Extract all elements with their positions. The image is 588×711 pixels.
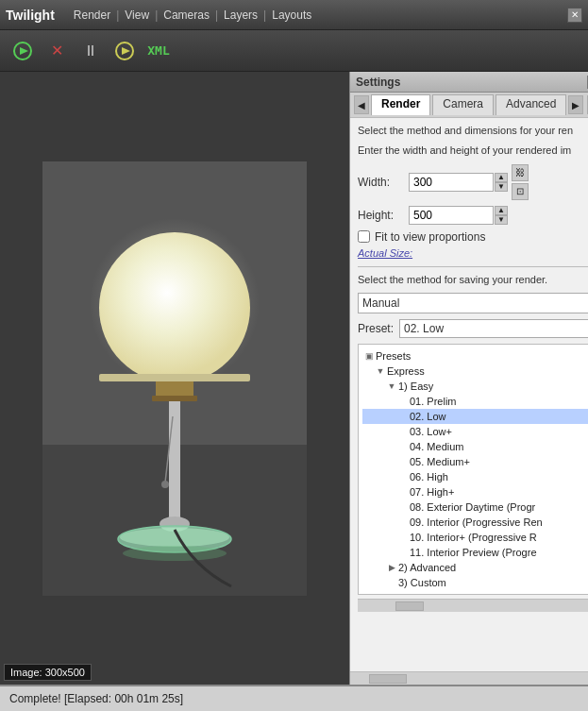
item-label: 09. Interior (Progressive Ren (410, 516, 543, 528)
advanced-label: 2) Advanced (398, 562, 456, 573)
app-title: Twilight (6, 8, 55, 23)
advanced-toggle-icon: ▶ (385, 561, 398, 574)
tree-item[interactable]: 01. Prelim (362, 394, 588, 409)
tree-hscrollbar[interactable] (358, 599, 588, 612)
height-spin-up[interactable]: ▲ (495, 206, 508, 215)
menu-layers[interactable]: Layers (220, 7, 261, 24)
svg-rect-11 (152, 396, 197, 401)
bottom-hscrollbar[interactable] (350, 671, 588, 685)
express-label: Express (387, 365, 425, 377)
menu-bar: Render | View | Cameras | Layers | Layou… (70, 7, 567, 24)
tree-item[interactable]: 09. Interior (Progressive Ren (362, 515, 588, 530)
width-input[interactable] (409, 173, 494, 192)
tree-express[interactable]: ▼ Express (362, 364, 588, 379)
resume-button[interactable] (109, 36, 140, 66)
render-button[interactable] (8, 36, 38, 66)
pause-button[interactable]: ⏸ (76, 36, 106, 66)
menu-render[interactable]: Render (70, 7, 114, 24)
width-spin-up[interactable]: ▲ (495, 173, 508, 182)
easy-label: 1) Easy (398, 381, 433, 392)
settings-body: Select the method and dimensions for you… (350, 118, 588, 671)
preset-value[interactable]: 02. Low (399, 319, 588, 338)
custom-toggle-icon (385, 576, 398, 589)
link-dimensions-icon[interactable]: ⛓ (512, 164, 529, 181)
tree-item[interactable]: 03. Low+ (362, 424, 588, 439)
width-label: Width: (358, 176, 409, 189)
actual-size-link[interactable]: Actual Size: (358, 247, 588, 259)
item-label: 08. Exterior Daytime (Progr (410, 501, 535, 513)
tree-item[interactable]: 02. Low (362, 409, 588, 424)
tree-presets-root[interactable]: ▣ Presets (362, 348, 588, 364)
divider1 (358, 266, 588, 267)
stop-button[interactable]: ✕ (42, 36, 72, 66)
settings-titlebar: Settings ✕ (350, 72, 588, 93)
bottom-hscroll-thumb[interactable] (369, 674, 407, 684)
height-label: Height: (358, 209, 409, 222)
easy-toggle-icon: ▼ (385, 380, 398, 393)
fit-to-view-label: Fit to view proportions (375, 230, 485, 244)
express-toggle-icon: ▼ (374, 364, 387, 378)
menu-cameras[interactable]: Cameras (160, 7, 213, 24)
tree-item[interactable]: 10. Interior+ (Progressive R (362, 530, 588, 545)
tree-item[interactable]: 04. Medium (362, 439, 588, 454)
fit-to-view-checkbox[interactable] (358, 230, 370, 243)
item-toggle-icon (396, 440, 410, 453)
item-toggle-icon (396, 470, 410, 483)
tree-item[interactable]: 07. High+ (362, 484, 588, 499)
width-row: Width: ▲ ▼ ⛓ ⊡ (358, 164, 588, 200)
tab-camera[interactable]: Camera (432, 94, 494, 115)
item-toggle-icon (396, 455, 410, 468)
preset-row: Preset: 02. Low (358, 319, 588, 338)
titlebar: Twilight Render | View | Cameras | Layer… (0, 0, 588, 30)
tree-item[interactable]: 11. Interior Preview (Progre (362, 545, 588, 560)
tree-item[interactable]: 08. Exterior Daytime (Progr (362, 499, 588, 515)
presets-tree: ▣ Presets ▼ Express ▼ 1) Easy 01. Prelim… (358, 344, 588, 595)
render-image: Image: 300x500 (0, 72, 349, 685)
tab-advanced[interactable]: Advanced (496, 94, 566, 115)
item-label: 02. Low (410, 411, 446, 422)
tree-easy[interactable]: ▼ 1) Easy (362, 379, 588, 394)
toolbar: ✕ ⏸ XML (0, 30, 588, 72)
item-label: 05. Medium+ (410, 456, 470, 467)
svg-point-8 (99, 232, 250, 383)
tree-custom[interactable]: 3) Custom (362, 575, 588, 590)
height-spin-down[interactable]: ▼ (495, 215, 508, 225)
tree-items-container: 01. Prelim 02. Low 03. Low+ 04. Medium 0… (362, 394, 588, 560)
item-toggle-icon (396, 395, 410, 408)
settings-title: Settings (356, 76, 587, 89)
status-bar: Complete! [Elapsed: 00h 01m 25s] (0, 685, 588, 711)
item-label: 03. Low+ (410, 426, 452, 437)
hscroll-thumb[interactable] (395, 601, 424, 611)
window-close-button[interactable]: ✕ (567, 8, 582, 23)
tree-advanced[interactable]: ▶ 2) Advanced (362, 560, 588, 575)
tab-render[interactable]: Render (371, 94, 430, 115)
width-spin-down[interactable]: ▼ (495, 182, 508, 192)
menu-layouts[interactable]: Layouts (268, 7, 315, 24)
height-row: Height: ▲ ▼ (358, 206, 588, 225)
preset-label: Preset: (358, 322, 394, 335)
item-label: 11. Interior Preview (Progre (410, 547, 537, 558)
item-toggle-icon (396, 425, 410, 438)
item-toggle-icon (396, 485, 410, 499)
svg-point-14 (161, 481, 169, 488)
desc1: Select the method and dimensions for you… (358, 124, 588, 138)
item-toggle-icon (396, 531, 410, 544)
svg-rect-9 (99, 374, 250, 381)
tab-more-arrow[interactable]: ▶ (568, 95, 583, 114)
tab-bar: ◀ Render Camera Advanced ▶ ▼ (350, 93, 588, 118)
presets-root-label: Presets (376, 350, 411, 362)
svg-rect-12 (169, 401, 180, 524)
menu-view[interactable]: View (121, 7, 153, 24)
item-label: 06. High (410, 471, 448, 482)
xml-button[interactable]: XML (143, 36, 174, 66)
save-method-input[interactable] (358, 293, 588, 313)
settings-panel: Settings ✕ ◀ Render Camera Advanced ▶ ▼ … (349, 72, 588, 685)
tree-item[interactable]: 05. Medium+ (362, 454, 588, 469)
item-toggle-icon (396, 546, 410, 559)
height-input[interactable] (409, 206, 494, 225)
set-viewport-icon[interactable]: ⊡ (512, 183, 529, 200)
svg-marker-1 (20, 47, 28, 55)
custom-label: 3) Custom (398, 577, 446, 588)
tab-prev-arrow[interactable]: ◀ (354, 95, 369, 114)
tree-item[interactable]: 06. High (362, 469, 588, 484)
